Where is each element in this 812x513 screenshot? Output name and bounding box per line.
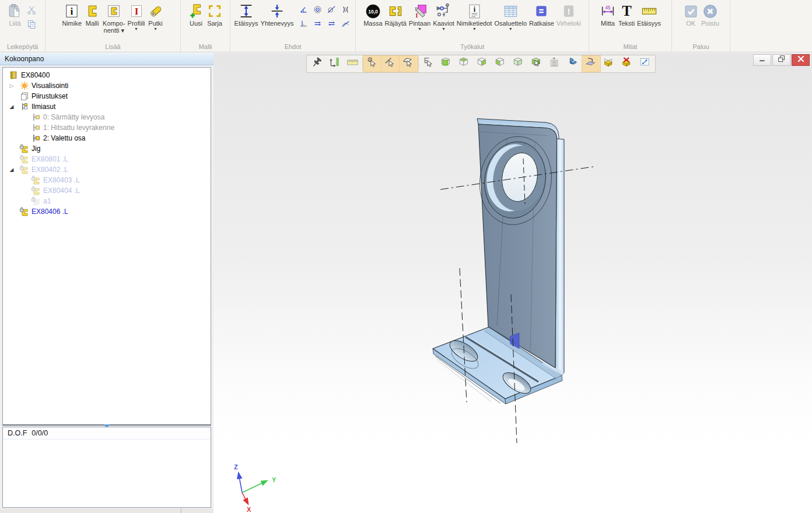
select-face-tool[interactable] <box>400 56 418 72</box>
paste-button[interactable]: Liitä <box>6 1 24 30</box>
etaisyys-measure-button[interactable]: Etäisyys <box>636 1 662 27</box>
ribbon-group-label: Malli <box>181 43 230 50</box>
teksti-button[interactable]: T Teksti <box>617 1 636 27</box>
dof-panel: D.O.F 0/0/0 <box>2 427 211 508</box>
part-display-tool[interactable] <box>564 56 582 72</box>
ribbon-group-label: Paluu <box>672 43 730 50</box>
close-button[interactable] <box>792 54 810 66</box>
model-viewport[interactable]: Z Y X <box>214 53 812 513</box>
nimike-button[interactable]: i Nimike <box>61 1 83 34</box>
dof-header: D.O.F 0/0/0 <box>3 427 211 440</box>
ribbon-group-lis: i Nimike Malli Kompo- nentti ▾ I Profiil… <box>46 0 181 52</box>
virheloki-button[interactable]: ! Virheloki <box>555 1 582 31</box>
svg-text:i: i <box>71 6 74 17</box>
cube-solid-icon <box>513 57 525 71</box>
symmetry-constraint-button[interactable] <box>339 3 352 16</box>
tree-item-visualisointi[interactable]: ▷Visualisointi <box>3 80 211 91</box>
malli-button[interactable]: Malli <box>83 1 102 34</box>
axis-triad: Z Y X <box>234 463 276 513</box>
uusi-button[interactable]: Uusi <box>187 1 205 27</box>
komponentti-button[interactable]: Kompo- nentti ▾ <box>102 1 127 34</box>
tree-item-config-2[interactable]: 2: Valettu osa <box>3 133 211 143</box>
restore-button[interactable] <box>772 54 790 66</box>
l-bracket-part[interactable] <box>433 119 564 405</box>
perpendicular-constraint-button[interactable] <box>297 17 310 30</box>
mitta-button[interactable]: 45 Mitta <box>598 1 617 27</box>
ok-button[interactable]: OK <box>681 1 700 27</box>
parallel-constraint-button[interactable] <box>325 17 338 30</box>
pintaan-button[interactable]: I Pintaan ▼ <box>408 1 432 31</box>
toolbar-separator <box>418 57 419 71</box>
tree-expander-icon[interactable]: ◢ <box>8 167 15 173</box>
shade-top-tool[interactable] <box>456 56 474 72</box>
shade-right-tool[interactable] <box>474 56 492 72</box>
concentric-constraint-button[interactable] <box>311 3 324 16</box>
dropdown-arrow-icon: ▼ <box>509 27 513 31</box>
pin-tool[interactable] <box>307 56 326 72</box>
poistu-button[interactable]: Poistu <box>700 1 720 27</box>
antitangent-constraint-button[interactable] <box>339 17 352 30</box>
hide-box-tool[interactable] <box>618 56 636 72</box>
tree-expander-icon[interactable]: ◢ <box>8 104 15 110</box>
putki-button[interactable]: Putki ▼ <box>146 1 165 34</box>
tree-item-ex80801[interactable]: EX80801 .L <box>3 154 211 164</box>
tree-item-a1[interactable]: a1 <box>3 196 211 206</box>
fit-view-tool[interactable] <box>636 56 654 72</box>
3d-part-view[interactable]: Z Y X <box>214 53 812 513</box>
select-measure-tool[interactable] <box>326 56 344 72</box>
pin-icon <box>310 57 323 71</box>
tree-item-ex80406[interactable]: EX80406 .L <box>3 206 211 217</box>
tree-item-piirustukset[interactable]: Piirustukset <box>3 91 211 101</box>
tree-item-label: EX80406 .L <box>32 208 68 216</box>
show-box-tool[interactable] <box>600 56 618 72</box>
tangent-constraint-button[interactable] <box>325 3 338 16</box>
cut-button[interactable] <box>26 5 38 15</box>
angle-constraint-button[interactable] <box>297 3 310 16</box>
workplane-tool[interactable] <box>582 56 600 72</box>
shade-left-tool[interactable] <box>492 56 510 72</box>
shade-select-tool[interactable] <box>528 56 546 72</box>
ribbon-group-malli: Uusi Sarja Malli <box>181 0 230 52</box>
tree-item-ex80400[interactable]: EX80400 <box>3 70 211 80</box>
part-lock-icon <box>19 165 29 174</box>
copy-button[interactable] <box>26 19 38 30</box>
display-list-tool[interactable] <box>546 56 564 72</box>
select-point-tool[interactable] <box>363 56 382 72</box>
nimiketiedot-button[interactable]: i Nimiketiedot ▼ <box>456 1 494 31</box>
cube-left-icon <box>495 57 507 71</box>
tree-item-config-0[interactable]: 0: Särmätty levyosa <box>3 112 211 122</box>
tree-item-label: EX80403 .L <box>43 176 80 184</box>
tree-item-ex80404[interactable]: EX80404 .L <box>3 185 211 196</box>
constraint-icon <box>31 196 41 206</box>
ribbon-group-mitat: 45 Mitta T Teksti Etäisyys Mitat <box>589 0 672 52</box>
rajayta-button[interactable]: Räjäytä <box>384 1 408 31</box>
toolbar-separator <box>362 57 363 71</box>
tree-item-ex80402[interactable]: ◢EX80402 .L <box>3 164 211 175</box>
tree-item-jig[interactable]: Jig <box>3 143 211 154</box>
tree-item-ilmiasut[interactable]: ◢Ilmiasut <box>3 101 211 112</box>
sarja-button[interactable]: Sarja <box>205 1 224 27</box>
tree-item-ex80403[interactable]: EX80403 .L <box>3 175 211 185</box>
minimize-icon <box>758 55 766 65</box>
yhtenevyys-button[interactable]: Yhtenevyys <box>260 1 295 30</box>
select-component-tool[interactable] <box>419 56 438 72</box>
select-edge-tool[interactable] <box>382 56 400 72</box>
etaisyys-constraint-button[interactable]: Etäisyys <box>233 1 260 30</box>
kaaviot-button[interactable]: Kaaviot ▼ <box>432 1 456 31</box>
assembly-tree[interactable]: EX80400▷VisualisointiPiirustukset◢Ilmias… <box>2 67 211 426</box>
ruler-tool[interactable] <box>344 56 362 72</box>
tree-item-config-1[interactable]: 1: Hitsattu levyrakenne <box>3 122 211 133</box>
shade-front-tool[interactable] <box>438 56 456 72</box>
equal-constraint-button[interactable] <box>311 17 324 30</box>
tree-item-label: EX80404 .L <box>43 187 80 195</box>
massa-button[interactable]: 10,0 Massa <box>362 1 383 31</box>
assembly-icon <box>9 71 19 80</box>
ratkaise-button[interactable]: Ratkaise <box>528 1 555 31</box>
part-small-icon <box>567 57 579 71</box>
osaluettelo-button[interactable]: Osaluettelo ▼ <box>493 1 528 31</box>
minimize-button[interactable] <box>753 54 771 66</box>
tree-expander-icon[interactable]: ▷ <box>8 83 15 89</box>
cube-top-icon <box>459 57 471 71</box>
shade-all-tool[interactable] <box>510 56 528 72</box>
profiili-button[interactable]: I Profiili ▼ <box>127 1 146 34</box>
